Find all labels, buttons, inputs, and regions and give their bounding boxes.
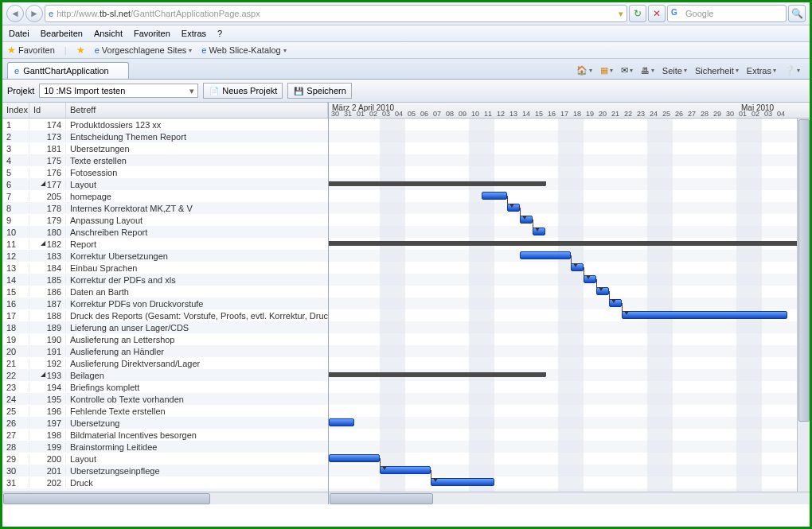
gantt-row[interactable] <box>329 238 810 250</box>
table-row[interactable]: 23194Briefings komplett <box>2 381 328 393</box>
table-row[interactable]: 1174Produktdossiers 123 xx <box>2 119 328 130</box>
table-row[interactable]: 4175Texte erstellen <box>2 154 328 166</box>
table-row[interactable]: 16187Korrektur PDFs von Druckvorstufe <box>2 298 328 309</box>
collapse-icon[interactable]: ◢ <box>41 180 45 189</box>
summary-bar[interactable] <box>329 241 810 246</box>
menu-bearbeiten[interactable]: Bearbeiten <box>41 29 83 38</box>
table-row[interactable]: 24195Kontrolle ob Texte vorhanden <box>2 393 328 405</box>
gantt-row[interactable] <box>329 381 810 393</box>
address-bar[interactable]: e http://www.tb-sl.net/GanttChartApplica… <box>45 5 627 22</box>
task-bar[interactable] <box>329 418 354 426</box>
gantt-row[interactable] <box>329 202 810 214</box>
gantt-row[interactable] <box>329 250 810 262</box>
task-bar[interactable] <box>520 251 571 259</box>
table-row[interactable]: 31202Druck <box>2 476 328 488</box>
gantt-row[interactable] <box>329 369 810 381</box>
save-button[interactable]: 💾Speichern <box>287 83 352 99</box>
search-go-button[interactable]: 🔍 <box>788 5 806 22</box>
feeds-button[interactable]: ▦ ▾ <box>600 65 613 76</box>
table-row[interactable]: 9179Anpassung Layout <box>2 214 328 226</box>
gantt-row[interactable] <box>329 154 810 166</box>
stop-button[interactable]: ✕ <box>648 5 666 22</box>
table-row[interactable]: 7205homepage <box>2 190 328 202</box>
table-row[interactable]: 3181Ubersetzungen <box>2 142 328 154</box>
table-row[interactable]: 8178Internes Korrektorat MK,ZT & V <box>2 202 328 214</box>
mail-button[interactable]: ✉ ▾ <box>621 65 633 76</box>
table-row[interactable]: 27198Bildmaterial Incentives besorgen <box>2 429 328 441</box>
safety-menu[interactable]: Sicherheit ▾ <box>695 66 739 76</box>
gantt-row[interactable] <box>329 333 810 345</box>
table-row[interactable]: 25196Fehlende Texte erstellen <box>2 405 328 417</box>
gantt-hscroll[interactable] <box>329 492 810 504</box>
table-row[interactable]: 5176Fotosession <box>2 166 328 178</box>
gantt-row[interactable] <box>329 405 810 417</box>
table-row[interactable]: 29200Layout <box>2 453 328 465</box>
table-row[interactable]: 11◢182Report <box>2 238 328 250</box>
table-row[interactable]: 21192Auslieferung Direktversand/Lager <box>2 357 328 369</box>
table-row[interactable]: 20191Auslieferung an Händler <box>2 345 328 357</box>
gantt-row[interactable] <box>329 453 810 465</box>
col-id[interactable]: Id <box>29 103 66 118</box>
table-row[interactable]: 28199Brainstorming Leitidee <box>2 441 328 453</box>
gantt-row[interactable] <box>329 429 810 441</box>
forward-button[interactable]: ► <box>25 5 43 22</box>
menu-ansicht[interactable]: Ansicht <box>94 29 123 38</box>
gantt-row[interactable] <box>329 286 810 298</box>
menu-extras[interactable]: Extras <box>182 29 206 38</box>
gantt-row[interactable] <box>329 393 810 405</box>
menu-favoriten[interactable]: Favoriten <box>134 29 170 38</box>
home-button[interactable]: 🏠 ▾ <box>576 65 592 76</box>
tab-gantt-app[interactable]: e GanttChartApplication <box>7 62 129 79</box>
gantt-row[interactable] <box>329 274 810 286</box>
summary-bar[interactable] <box>329 372 545 377</box>
gantt-row[interactable] <box>329 214 810 226</box>
table-row[interactable]: 13184Einbau Sprachen <box>2 262 328 274</box>
favorites-button[interactable]: ★Favoriten <box>7 45 55 56</box>
gantt-row[interactable] <box>329 441 810 453</box>
page-menu[interactable]: Seite ▾ <box>662 66 687 76</box>
print-button[interactable]: 🖶 ▾ <box>641 66 654 76</box>
table-row[interactable]: 10180Anschreiben Report <box>2 226 328 238</box>
task-bar[interactable] <box>329 454 380 462</box>
gantt-row[interactable] <box>329 321 810 333</box>
fav-link-webslice[interactable]: eWeb Slice-Katalog ▾ <box>201 45 286 55</box>
gantt-body[interactable] <box>329 119 810 492</box>
task-bar[interactable] <box>380 466 431 474</box>
search-box[interactable]: G Google <box>667 5 787 22</box>
fav-link-suggested[interactable]: eVorgeschlagene Sites ▾ <box>95 45 193 55</box>
gantt-row[interactable] <box>329 142 810 154</box>
new-project-button[interactable]: 📄Neues Projekt <box>203 83 283 99</box>
gantt-row[interactable] <box>329 262 810 274</box>
gantt-row[interactable] <box>329 357 810 369</box>
col-index[interactable]: Index <box>2 103 29 118</box>
gantt-row[interactable] <box>329 130 810 142</box>
gantt-row[interactable] <box>329 476 810 488</box>
table-row[interactable]: 26197Ubersetzung <box>2 417 328 429</box>
gantt-row[interactable] <box>329 417 810 429</box>
gantt-vscroll[interactable] <box>797 119 810 492</box>
collapse-icon[interactable]: ◢ <box>41 239 45 249</box>
gantt-row[interactable] <box>329 345 810 357</box>
table-row[interactable]: 6◢177Layout <box>2 178 328 190</box>
gantt-row[interactable] <box>329 309 810 321</box>
gantt-row[interactable] <box>329 465 810 476</box>
gantt-row[interactable] <box>329 119 810 130</box>
grid-hscroll[interactable] <box>2 492 328 504</box>
task-bar[interactable] <box>482 192 507 200</box>
table-row[interactable]: 2173Entscheidung Themen Report <box>2 130 328 142</box>
table-row[interactable]: 18189Lieferung an unser Lager/CDS <box>2 321 328 333</box>
project-select[interactable]: 10 :MS Import testen <box>39 84 198 98</box>
gantt-row[interactable] <box>329 190 810 202</box>
table-row[interactable]: 22◢193Beilagen <box>2 369 328 381</box>
task-bar[interactable] <box>431 478 494 486</box>
help-button[interactable]: ❔▾ <box>784 65 800 76</box>
gantt-row[interactable] <box>329 166 810 178</box>
task-bar[interactable] <box>622 311 787 319</box>
table-row[interactable]: 19190Auslieferung an Lettershop <box>2 333 328 345</box>
menu-datei[interactable]: Datei <box>9 29 29 38</box>
gantt-row[interactable] <box>329 178 810 190</box>
table-row[interactable]: 12183Korrektur Ubersetzungen <box>2 250 328 262</box>
back-button[interactable]: ◄ <box>6 5 24 22</box>
fav-star-icon[interactable]: ★ <box>76 45 85 56</box>
table-row[interactable]: 30201Ubersetzungseinpflege <box>2 465 328 476</box>
